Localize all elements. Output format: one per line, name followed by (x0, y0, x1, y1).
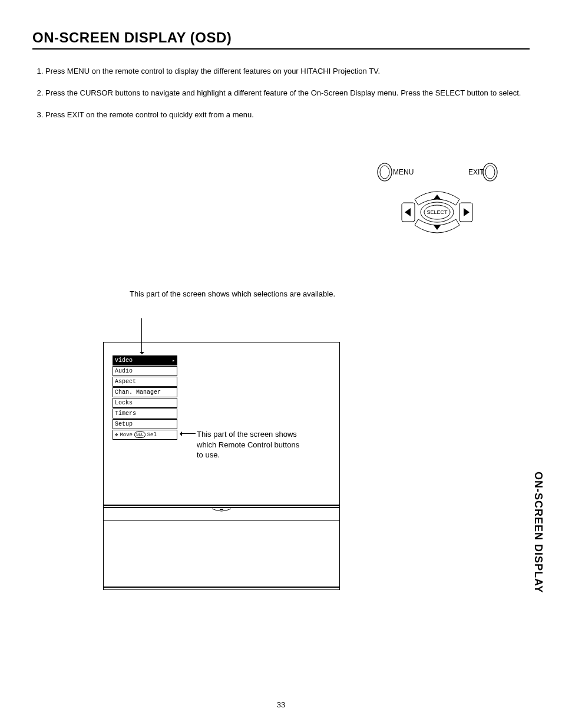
step-2: Press the CURSOR buttons to navigate and… (45, 88, 530, 99)
page-title: ON-SCREEN DISPLAY (OSD) (32, 29, 530, 46)
page-number: 33 (0, 700, 562, 709)
side-caption: This part of the screen shows which Remo… (197, 429, 300, 460)
triangle-right-icon: ▸ (172, 358, 175, 363)
remote-control-diagram: MENU EXIT SELECT (372, 159, 502, 250)
svg-rect-4 (220, 509, 223, 510)
select-label: SELECT (427, 209, 448, 215)
tv-speaker-bar (104, 508, 339, 521)
instruction-list: Press MENU on the remote control to disp… (32, 66, 530, 121)
osd-menu: Video▸ Audio Aspect Chan. Manager Locks … (113, 355, 177, 440)
sel-pill: SEL (134, 431, 146, 438)
menu-item-setup: Setup (113, 419, 177, 429)
menu-item-chan-manager: Chan. Manager (113, 387, 177, 397)
menu-item-timers: Timers (113, 409, 177, 419)
tv-screen: Video▸ Audio Aspect Chan. Manager Locks … (104, 342, 339, 505)
exit-label: EXIT (468, 168, 484, 176)
section-tab: ON-SCREEN DISPLAY (532, 472, 544, 593)
menu-item-video: Video▸ (113, 355, 177, 365)
menu-item-audio: Audio (113, 366, 177, 376)
menu-hint-bar: ✥ Move SEL Sel (113, 430, 177, 440)
step-1: Press MENU on the remote control to disp… (45, 66, 530, 77)
menu-button-inner (380, 166, 389, 179)
exit-button-inner (485, 166, 495, 179)
menu-label: MENU (393, 168, 414, 176)
menu-item-aspect: Aspect (113, 377, 177, 387)
dpad-glyph-icon: ✥ (115, 431, 118, 438)
dpad: SELECT (402, 192, 472, 233)
top-caption: This part of the screen shows which sele… (130, 289, 345, 299)
menu-item-locks: Locks (113, 398, 177, 408)
title-rule (32, 48, 530, 50)
arrow-left-to-hint (180, 433, 196, 434)
tv-illustration: Video▸ Audio Aspect Chan. Manager Locks … (103, 342, 340, 590)
step-3: Press EXIT on the remote control to quic… (45, 110, 530, 121)
